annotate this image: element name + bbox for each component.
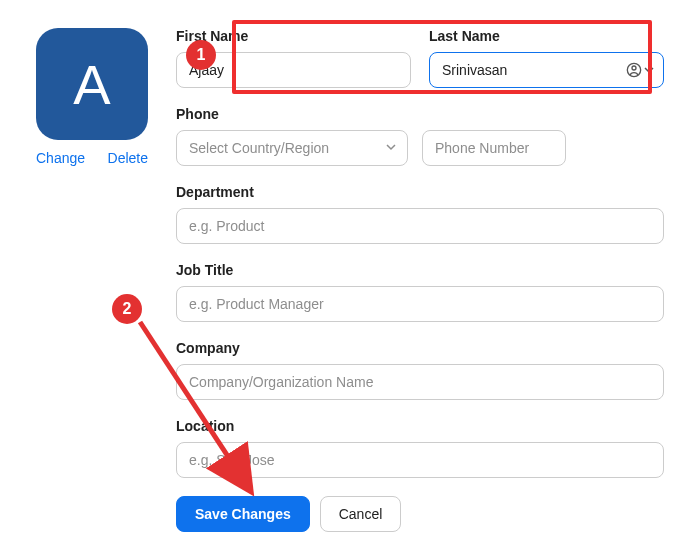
phone-number-input[interactable] (422, 130, 566, 166)
job-title-input[interactable] (176, 286, 664, 322)
location-input[interactable] (176, 442, 664, 478)
first-name-label: First Name (176, 28, 411, 44)
avatar-change-link[interactable]: Change (36, 150, 85, 166)
company-label: Company (176, 340, 664, 356)
last-name-label: Last Name (429, 28, 664, 44)
save-button[interactable]: Save Changes (176, 496, 310, 532)
last-name-input[interactable] (429, 52, 664, 88)
department-label: Department (176, 184, 664, 200)
avatar-delete-link[interactable]: Delete (108, 150, 148, 166)
phone-label: Phone (176, 106, 664, 122)
phone-country-select[interactable] (176, 130, 408, 166)
location-label: Location (176, 418, 664, 434)
company-input[interactable] (176, 364, 664, 400)
cancel-button[interactable]: Cancel (320, 496, 402, 532)
avatar-letter: A (73, 52, 110, 117)
first-name-input[interactable] (176, 52, 411, 88)
department-input[interactable] (176, 208, 664, 244)
job-title-label: Job Title (176, 262, 664, 278)
avatar: A (36, 28, 148, 140)
